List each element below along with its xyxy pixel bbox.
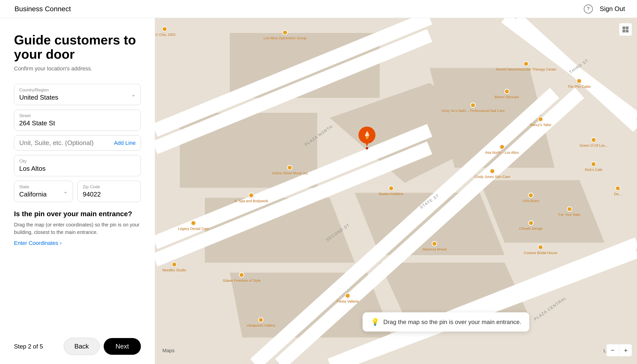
add-line-button[interactable]: Add Line bbox=[114, 140, 136, 146]
street-input[interactable] bbox=[19, 119, 136, 127]
map-background: Los Altos Optometric GroupI C Chiu, DDSA… bbox=[155, 18, 637, 364]
country-value: United States bbox=[19, 94, 131, 101]
map-place-20: Couture Bridal House bbox=[524, 244, 557, 255]
map-place-13: Baskin-Robbins bbox=[379, 186, 403, 196]
svg-rect-29 bbox=[626, 30, 628, 32]
map-label-10: Cindy Jones Skin Care bbox=[475, 174, 510, 179]
map-place-16: Da... bbox=[614, 186, 621, 196]
map-place-23: Fiesta Vallarta bbox=[337, 293, 359, 304]
zip-input[interactable] bbox=[83, 190, 136, 198]
map-label-9: Asa North – Los Altos bbox=[485, 150, 519, 155]
map-place-2: Ascent Neuromuscular Therapy Center bbox=[496, 61, 556, 72]
map-label-12: K. Spa and Bodywork bbox=[235, 199, 268, 203]
pin-section: Is the pin over your main entrance? Drag… bbox=[14, 210, 141, 246]
city-label: City bbox=[19, 159, 136, 164]
map-dot-2 bbox=[523, 61, 529, 66]
pin-svg: 🍦 bbox=[358, 126, 376, 148]
map-type-button[interactable] bbox=[619, 23, 632, 36]
map-place-10: Cindy Jones Skin Care bbox=[475, 168, 510, 179]
map-place-6: Nancy's Tailor bbox=[530, 116, 551, 127]
map-dot-9 bbox=[499, 144, 505, 150]
map-panel[interactable]: Los Altos Optometric GroupI C Chiu, DDSA… bbox=[155, 18, 637, 364]
pin-question: Is the pin over your main entrance? bbox=[14, 210, 141, 218]
back-button[interactable]: Back bbox=[64, 338, 100, 355]
map-place-18: Chinelo Design bbox=[519, 220, 543, 231]
map-place-3: The Pho Cabin bbox=[567, 78, 591, 89]
country-region-field[interactable]: Country/Region United States ⌄ bbox=[14, 84, 141, 105]
map-dot-23 bbox=[345, 293, 350, 298]
map-label-16: Da... bbox=[614, 192, 621, 196]
map-dot-12 bbox=[249, 192, 254, 198]
tooltip-text: Drag the map so the pin is over your mai… bbox=[383, 318, 521, 326]
map-label-19: Manresa Bread bbox=[423, 247, 447, 252]
maps-watermark: Maps bbox=[161, 348, 175, 354]
unit-field[interactable]: Add Line bbox=[14, 135, 141, 150]
state-field[interactable]: State California ⌄ bbox=[14, 181, 73, 202]
map-place-21: Needles Studio bbox=[162, 262, 186, 272]
map-place-0: Los Altos Optometric Group bbox=[264, 30, 307, 41]
map-dot-1 bbox=[162, 26, 167, 32]
map-label-24: Viewpoints Gallery bbox=[247, 323, 276, 328]
maps-text: Maps bbox=[162, 348, 175, 354]
page-subtitle: Confirm your location's address. bbox=[14, 66, 141, 72]
zoom-in-button[interactable]: + bbox=[620, 344, 632, 356]
state-value: California bbox=[19, 190, 63, 198]
map-dot-19 bbox=[432, 241, 437, 246]
map-tooltip: 💡 Drag the map so the pin is over your m… bbox=[363, 312, 529, 332]
map-dot-18 bbox=[528, 220, 533, 226]
city-field[interactable]: City bbox=[14, 155, 141, 176]
map-label-8: Online Sheet Music Inc bbox=[272, 171, 308, 176]
left-panel: Guide customers to your door Confirm you… bbox=[0, 18, 155, 364]
map-label-15: For Your Nails bbox=[558, 213, 580, 217]
map-label-3: The Pho Cabin bbox=[567, 85, 591, 89]
country-label: Country/Region bbox=[19, 88, 131, 92]
map-label-17: Legacy Dental Care bbox=[178, 226, 209, 231]
map-dot-7 bbox=[591, 137, 596, 142]
map-place-7: Green Cl Of Los... bbox=[579, 137, 608, 148]
unit-input[interactable] bbox=[19, 139, 114, 147]
map-place-9: Asa North – Los Altos bbox=[485, 144, 519, 155]
map-label-11: Rick's Cafe bbox=[585, 168, 602, 172]
map-pin: 🍦 bbox=[358, 126, 376, 150]
map-place-14: Urfa Bistro bbox=[523, 192, 539, 203]
map-dot-13 bbox=[388, 186, 394, 191]
left-footer: Step 2 of 5 Back Next bbox=[0, 338, 155, 364]
logo-text: Business Connect bbox=[15, 5, 71, 13]
main-content: Guide customers to your door Confirm you… bbox=[0, 18, 637, 364]
next-button[interactable]: Next bbox=[104, 338, 141, 355]
map-place-8: Online Sheet Music Inc bbox=[272, 165, 308, 176]
map-type-icon bbox=[622, 26, 629, 33]
map-dot-20 bbox=[538, 244, 543, 250]
page-title: Guide customers to your door bbox=[14, 33, 141, 62]
map-dot-14 bbox=[528, 192, 533, 198]
state-chevron-icon: ⌄ bbox=[63, 188, 68, 195]
map-place-12: K. Spa and Bodywork bbox=[235, 192, 268, 203]
enter-coordinates-link[interactable]: Enter Coordinates › bbox=[14, 240, 141, 246]
map-dot-11 bbox=[591, 161, 596, 167]
footer-buttons: Back Next bbox=[64, 338, 141, 355]
header: Business Connect ? Sign Out bbox=[0, 0, 637, 18]
map-dot-3 bbox=[576, 78, 582, 84]
street-field[interactable]: Street bbox=[14, 110, 141, 131]
map-place-5: Vicky Vu's Nails – Professional Nail Car… bbox=[441, 102, 505, 113]
svg-text:🍦: 🍦 bbox=[363, 131, 371, 139]
svg-rect-26 bbox=[622, 26, 625, 29]
help-button[interactable]: ? bbox=[584, 4, 593, 14]
city-input[interactable] bbox=[19, 165, 136, 172]
map-label-6: Nancy's Tailor bbox=[530, 122, 551, 127]
svg-marker-25 bbox=[365, 142, 369, 146]
map-dot-21 bbox=[171, 262, 177, 267]
zip-field[interactable]: Zip Code bbox=[78, 181, 141, 202]
map-place-17: Legacy Dental Care bbox=[178, 220, 209, 231]
map-dot-15 bbox=[567, 206, 572, 212]
street-label: Street bbox=[19, 113, 136, 118]
zoom-out-button[interactable]: − bbox=[606, 344, 618, 356]
map-label-23: Fiesta Vallarta bbox=[337, 299, 359, 304]
map-label-2: Ascent Neuromuscular Therapy Center bbox=[496, 67, 556, 72]
sign-out-button[interactable]: Sign Out bbox=[600, 5, 625, 13]
map-place-24: Viewpoints Gallery bbox=[247, 317, 276, 328]
state-label: State bbox=[19, 184, 63, 190]
map-label-1: I C Chiu, DDS bbox=[155, 33, 176, 37]
map-label-4: Bloom Skincare bbox=[495, 95, 519, 99]
map-dot-22 bbox=[239, 272, 244, 278]
